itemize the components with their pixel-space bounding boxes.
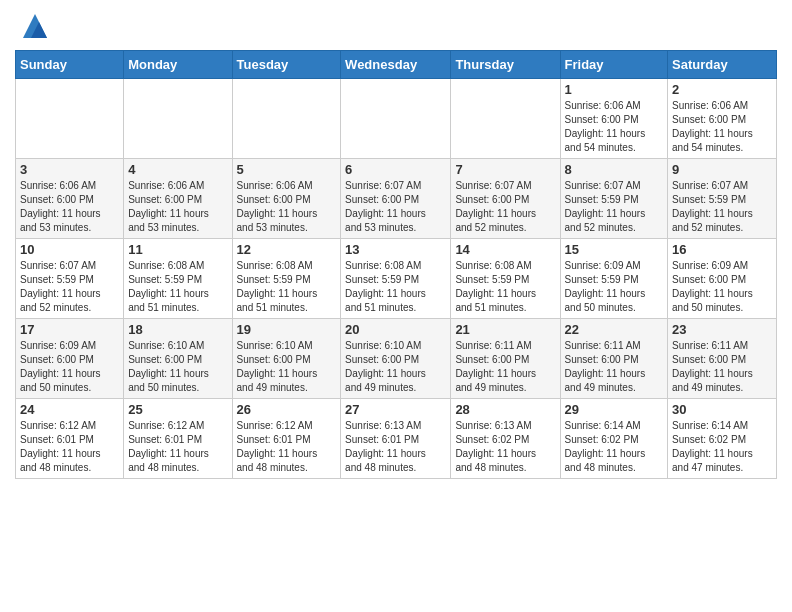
day-number: 19 <box>237 322 337 337</box>
day-info: Sunrise: 6:12 AM Sunset: 6:01 PM Dayligh… <box>128 419 227 475</box>
day-cell: 8Sunrise: 6:07 AM Sunset: 5:59 PM Daylig… <box>560 159 668 239</box>
day-cell: 7Sunrise: 6:07 AM Sunset: 6:00 PM Daylig… <box>451 159 560 239</box>
day-number: 16 <box>672 242 772 257</box>
day-number: 27 <box>345 402 446 417</box>
weekday-header-row: SundayMondayTuesdayWednesdayThursdayFrid… <box>16 51 777 79</box>
day-cell: 28Sunrise: 6:13 AM Sunset: 6:02 PM Dayli… <box>451 399 560 479</box>
day-cell: 26Sunrise: 6:12 AM Sunset: 6:01 PM Dayli… <box>232 399 341 479</box>
day-number: 7 <box>455 162 555 177</box>
day-cell <box>124 79 232 159</box>
day-cell: 11Sunrise: 6:08 AM Sunset: 5:59 PM Dayli… <box>124 239 232 319</box>
day-number: 28 <box>455 402 555 417</box>
day-cell: 4Sunrise: 6:06 AM Sunset: 6:00 PM Daylig… <box>124 159 232 239</box>
weekday-header-sunday: Sunday <box>16 51 124 79</box>
weekday-header-monday: Monday <box>124 51 232 79</box>
day-info: Sunrise: 6:11 AM Sunset: 6:00 PM Dayligh… <box>455 339 555 395</box>
day-cell: 10Sunrise: 6:07 AM Sunset: 5:59 PM Dayli… <box>16 239 124 319</box>
day-number: 21 <box>455 322 555 337</box>
day-info: Sunrise: 6:08 AM Sunset: 5:59 PM Dayligh… <box>128 259 227 315</box>
day-cell: 29Sunrise: 6:14 AM Sunset: 6:02 PM Dayli… <box>560 399 668 479</box>
day-info: Sunrise: 6:09 AM Sunset: 6:00 PM Dayligh… <box>672 259 772 315</box>
day-cell: 25Sunrise: 6:12 AM Sunset: 6:01 PM Dayli… <box>124 399 232 479</box>
day-number: 6 <box>345 162 446 177</box>
day-number: 22 <box>565 322 664 337</box>
day-number: 1 <box>565 82 664 97</box>
day-cell <box>341 79 451 159</box>
week-row-1: 1Sunrise: 6:06 AM Sunset: 6:00 PM Daylig… <box>16 79 777 159</box>
day-cell: 23Sunrise: 6:11 AM Sunset: 6:00 PM Dayli… <box>668 319 777 399</box>
logo-area <box>15 10 51 42</box>
day-info: Sunrise: 6:06 AM Sunset: 6:00 PM Dayligh… <box>565 99 664 155</box>
day-number: 30 <box>672 402 772 417</box>
week-row-2: 3Sunrise: 6:06 AM Sunset: 6:00 PM Daylig… <box>16 159 777 239</box>
day-cell: 5Sunrise: 6:06 AM Sunset: 6:00 PM Daylig… <box>232 159 341 239</box>
day-cell: 19Sunrise: 6:10 AM Sunset: 6:00 PM Dayli… <box>232 319 341 399</box>
day-number: 26 <box>237 402 337 417</box>
week-row-4: 17Sunrise: 6:09 AM Sunset: 6:00 PM Dayli… <box>16 319 777 399</box>
day-number: 2 <box>672 82 772 97</box>
weekday-header-friday: Friday <box>560 51 668 79</box>
day-info: Sunrise: 6:10 AM Sunset: 6:00 PM Dayligh… <box>128 339 227 395</box>
day-cell: 6Sunrise: 6:07 AM Sunset: 6:00 PM Daylig… <box>341 159 451 239</box>
weekday-header-tuesday: Tuesday <box>232 51 341 79</box>
header <box>15 10 777 42</box>
day-number: 5 <box>237 162 337 177</box>
calendar-page: SundayMondayTuesdayWednesdayThursdayFrid… <box>0 0 792 494</box>
day-info: Sunrise: 6:07 AM Sunset: 5:59 PM Dayligh… <box>672 179 772 235</box>
day-cell: 18Sunrise: 6:10 AM Sunset: 6:00 PM Dayli… <box>124 319 232 399</box>
week-row-5: 24Sunrise: 6:12 AM Sunset: 6:01 PM Dayli… <box>16 399 777 479</box>
day-info: Sunrise: 6:14 AM Sunset: 6:02 PM Dayligh… <box>565 419 664 475</box>
weekday-header-thursday: Thursday <box>451 51 560 79</box>
day-cell: 30Sunrise: 6:14 AM Sunset: 6:02 PM Dayli… <box>668 399 777 479</box>
day-info: Sunrise: 6:09 AM Sunset: 6:00 PM Dayligh… <box>20 339 119 395</box>
day-cell <box>232 79 341 159</box>
day-info: Sunrise: 6:07 AM Sunset: 6:00 PM Dayligh… <box>455 179 555 235</box>
day-info: Sunrise: 6:13 AM Sunset: 6:02 PM Dayligh… <box>455 419 555 475</box>
day-info: Sunrise: 6:13 AM Sunset: 6:01 PM Dayligh… <box>345 419 446 475</box>
day-info: Sunrise: 6:06 AM Sunset: 6:00 PM Dayligh… <box>672 99 772 155</box>
day-cell <box>451 79 560 159</box>
day-info: Sunrise: 6:06 AM Sunset: 6:00 PM Dayligh… <box>20 179 119 235</box>
day-cell: 14Sunrise: 6:08 AM Sunset: 5:59 PM Dayli… <box>451 239 560 319</box>
day-cell: 12Sunrise: 6:08 AM Sunset: 5:59 PM Dayli… <box>232 239 341 319</box>
day-info: Sunrise: 6:08 AM Sunset: 5:59 PM Dayligh… <box>345 259 446 315</box>
day-number: 13 <box>345 242 446 257</box>
day-info: Sunrise: 6:08 AM Sunset: 5:59 PM Dayligh… <box>455 259 555 315</box>
day-number: 11 <box>128 242 227 257</box>
day-number: 23 <box>672 322 772 337</box>
day-number: 12 <box>237 242 337 257</box>
calendar-table: SundayMondayTuesdayWednesdayThursdayFrid… <box>15 50 777 479</box>
day-info: Sunrise: 6:06 AM Sunset: 6:00 PM Dayligh… <box>237 179 337 235</box>
day-info: Sunrise: 6:07 AM Sunset: 6:00 PM Dayligh… <box>345 179 446 235</box>
day-number: 3 <box>20 162 119 177</box>
day-number: 4 <box>128 162 227 177</box>
day-cell: 13Sunrise: 6:08 AM Sunset: 5:59 PM Dayli… <box>341 239 451 319</box>
day-cell <box>16 79 124 159</box>
week-row-3: 10Sunrise: 6:07 AM Sunset: 5:59 PM Dayli… <box>16 239 777 319</box>
day-number: 29 <box>565 402 664 417</box>
day-cell: 17Sunrise: 6:09 AM Sunset: 6:00 PM Dayli… <box>16 319 124 399</box>
day-cell: 1Sunrise: 6:06 AM Sunset: 6:00 PM Daylig… <box>560 79 668 159</box>
day-cell: 20Sunrise: 6:10 AM Sunset: 6:00 PM Dayli… <box>341 319 451 399</box>
day-number: 24 <box>20 402 119 417</box>
day-info: Sunrise: 6:09 AM Sunset: 5:59 PM Dayligh… <box>565 259 664 315</box>
day-cell: 15Sunrise: 6:09 AM Sunset: 5:59 PM Dayli… <box>560 239 668 319</box>
day-info: Sunrise: 6:10 AM Sunset: 6:00 PM Dayligh… <box>345 339 446 395</box>
day-number: 15 <box>565 242 664 257</box>
day-cell: 22Sunrise: 6:11 AM Sunset: 6:00 PM Dayli… <box>560 319 668 399</box>
day-number: 18 <box>128 322 227 337</box>
day-cell: 16Sunrise: 6:09 AM Sunset: 6:00 PM Dayli… <box>668 239 777 319</box>
day-info: Sunrise: 6:06 AM Sunset: 6:00 PM Dayligh… <box>128 179 227 235</box>
day-number: 8 <box>565 162 664 177</box>
day-info: Sunrise: 6:12 AM Sunset: 6:01 PM Dayligh… <box>20 419 119 475</box>
day-number: 9 <box>672 162 772 177</box>
logo-icon <box>19 10 51 42</box>
weekday-header-wednesday: Wednesday <box>341 51 451 79</box>
day-info: Sunrise: 6:07 AM Sunset: 5:59 PM Dayligh… <box>565 179 664 235</box>
day-number: 14 <box>455 242 555 257</box>
weekday-header-saturday: Saturday <box>668 51 777 79</box>
day-info: Sunrise: 6:14 AM Sunset: 6:02 PM Dayligh… <box>672 419 772 475</box>
day-number: 10 <box>20 242 119 257</box>
day-cell: 27Sunrise: 6:13 AM Sunset: 6:01 PM Dayli… <box>341 399 451 479</box>
day-info: Sunrise: 6:11 AM Sunset: 6:00 PM Dayligh… <box>672 339 772 395</box>
